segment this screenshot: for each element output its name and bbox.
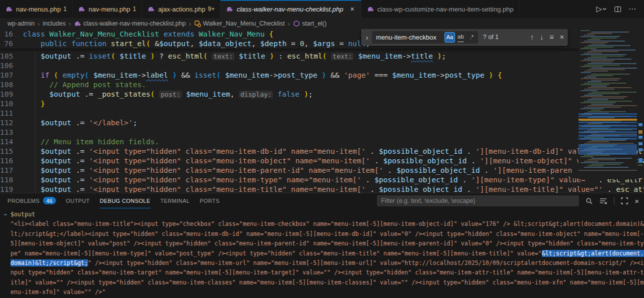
ruler-mark	[638, 148, 642, 151]
token: $output	[40, 175, 72, 184]
token: .=	[72, 185, 89, 193]
panel-tab-terminal[interactable]: TERMINAL	[160, 194, 190, 208]
close-panel-button[interactable]: ×	[634, 197, 639, 205]
token: $depth	[260, 39, 287, 48]
output-text: "<li><label class="menu-item-title"><inp…	[10, 220, 644, 227]
find-results-count: ? of 1	[483, 33, 520, 42]
token: Walker_Nav_Menu	[199, 30, 265, 38]
console-input-arrow-icon: →	[0, 210, 10, 219]
panel-tab-problems[interactable]: PROBLEMS46	[8, 194, 56, 208]
token: ===	[370, 71, 392, 79]
run-button[interactable]: ▷	[596, 5, 607, 14]
breadcrumb-item-includes[interactable]: includes	[43, 20, 66, 27]
debug-console[interactable]: → $output "<li><label class="menu-item-t…	[0, 208, 644, 298]
console-filter	[377, 195, 579, 206]
token: $output	[40, 156, 72, 165]
chevron-right-icon: ›	[38, 20, 40, 28]
split-editor-button[interactable]	[614, 6, 622, 13]
token: '][menu-item-title]" value="'	[476, 185, 603, 193]
line-number: 115	[0, 146, 23, 156]
tab-class-walker-nav-menu-checklist.php[interactable]: class-walker-nav-menu-checklist.php×	[220, 0, 361, 18]
tab-nav-menus.php[interactable]: nav-menus.php1	[0, 0, 72, 18]
maximize-panel-icon	[621, 197, 628, 204]
close-find-button[interactable]: ×	[560, 33, 564, 42]
tab-bar: nav-menus.php1nav-menu.php1ajax-actions.…	[0, 0, 644, 18]
minimap-slider-edge	[578, 170, 637, 171]
token: .	[370, 156, 383, 165]
code-line: 117 $output .= '<input type="hidden" cla…	[0, 165, 644, 175]
more-actions-button[interactable]: ⋯	[628, 5, 636, 14]
minimap-match-highlight	[578, 128, 637, 130]
output-text: lt;/script&gt;</label><input type="hidde…	[10, 230, 644, 237]
token	[159, 30, 164, 38]
find-widget: › Aa ab .* ? of 1 ↑ ↓ ≡ ×	[362, 29, 568, 46]
console-output-line: domain)&lt;/script&gt;" /><input type="h…	[0, 258, 644, 268]
token: isset	[194, 71, 216, 79]
line-content: $output .= isset( $title ) ? esc_html( t…	[23, 51, 446, 61]
tab-class-wp-customize-nav-menu-item-setting.php[interactable]: class-wp-customize-nav-menu-item-setting…	[362, 0, 520, 18]
match-case-toggle[interactable]: Aa	[444, 32, 455, 43]
search-icon	[586, 197, 593, 205]
token: .=	[72, 175, 89, 184]
line-content: $output .= '<input type="hidden" class="…	[23, 156, 644, 165]
previous-match-button[interactable]: ↑	[530, 33, 534, 42]
panel-tab-label: DEBUG CONSOLE	[100, 198, 150, 204]
token: )	[489, 71, 494, 79]
php-icon	[6, 6, 13, 13]
maximize-panel-button[interactable]	[621, 197, 628, 204]
token: (	[84, 71, 94, 79]
token	[23, 166, 40, 174]
token	[23, 52, 40, 60]
breadcrumb-item-start-el-[interactable]: start_el()	[293, 20, 326, 27]
token: '<input type="hidden" class="menu-item-t…	[89, 175, 362, 184]
overview-ruler[interactable]	[637, 29, 644, 193]
token: 'page'	[344, 71, 370, 79]
clear-console-button[interactable]	[600, 197, 608, 205]
split-editor-icon	[614, 6, 622, 13]
chevron-right-icon: ›	[68, 20, 70, 28]
code-editor[interactable]: 105 $output .= isset( $title ) ? esc_htm…	[0, 29, 644, 193]
next-match-button[interactable]: ↓	[540, 33, 544, 42]
token: post:	[159, 91, 182, 98]
panel-tab-ports[interactable]: PORTS	[200, 194, 220, 208]
token: .	[603, 185, 616, 193]
token: .	[366, 185, 378, 193]
token: ,	[252, 39, 260, 48]
regex-toggle[interactable]: .*	[466, 32, 477, 43]
code-line: 106	[0, 61, 644, 70]
find-input[interactable]	[376, 34, 444, 41]
token: // Menu item hidden fields.	[40, 137, 159, 146]
panel-tab-output[interactable]: OUTPUT	[66, 194, 90, 208]
panel-tab-debug-console[interactable]: DEBUG CONSOLE	[100, 194, 150, 208]
token: .=	[72, 166, 89, 174]
tab-ajax-actions.php[interactable]: ajax-actions.php9+	[142, 0, 220, 18]
console-output-line: enu-item-xfn]" value="" />"	[0, 287, 644, 297]
breadcrumb-item-class-walker-nav-menu-checklist-php[interactable]: class-walker-nav-menu-checklist.php	[74, 20, 186, 28]
toggle-replace-icon[interactable]: ›	[363, 33, 371, 42]
find-input-wrap: Aa ab .*	[372, 31, 478, 44]
tab-nav-menu.php[interactable]: nav-menu.php1	[72, 0, 142, 18]
output-text: itle]" value="" /><input type="hidden" c…	[10, 279, 644, 286]
console-search-button[interactable]	[586, 197, 593, 205]
line-number: 107	[0, 70, 23, 80]
token	[23, 71, 40, 79]
token: )	[433, 52, 442, 60]
token: isset	[89, 52, 111, 60]
minimap[interactable]	[578, 29, 637, 179]
whole-word-toggle[interactable]: ab	[456, 32, 466, 43]
line-content: $output .= '<input type="hidden" class="…	[23, 184, 644, 193]
token: $output	[40, 118, 72, 127]
output-text: " /><input type="hidden" class="menu-ite…	[88, 259, 644, 266]
token: ?	[155, 52, 168, 60]
find-in-selection-button[interactable]: ≡	[550, 33, 554, 42]
code-line: 108 // Append post states.	[0, 80, 644, 89]
ruler-mark	[638, 142, 642, 145]
line-number: 119	[0, 184, 23, 193]
breadcrumb-item-wp-admin[interactable]: wp-admin	[8, 20, 34, 27]
close-icon[interactable]: ×	[349, 5, 355, 13]
code-line: 110 }	[0, 99, 644, 108]
console-filter-input[interactable]	[381, 197, 575, 204]
token: $possible_object_id	[379, 185, 462, 193]
console-output-line: 5][menu-item-object]" value="post" /><in…	[0, 239, 644, 248]
breadcrumb-item-walker-nav-menu-checklist[interactable]: Walker_Nav_Menu_Checklist	[194, 20, 285, 27]
